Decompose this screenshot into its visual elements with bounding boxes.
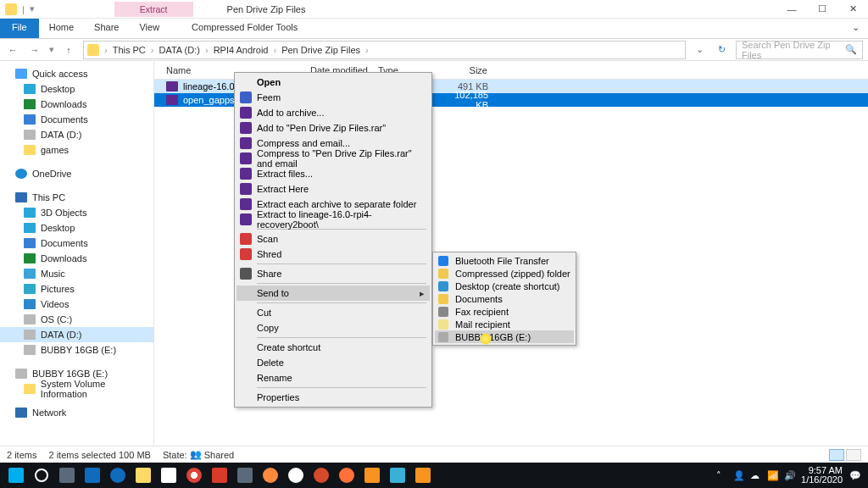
- chevron-right-icon[interactable]: ›: [104, 45, 108, 55]
- crumb-this-pc[interactable]: This PC: [113, 45, 146, 55]
- tab-home[interactable]: Home: [39, 19, 84, 38]
- view-details-button[interactable]: [829, 449, 844, 461]
- sidebar-item-data-d[interactable]: DATA (D:): [0, 127, 153, 142]
- sendto-fax[interactable]: Fax recipient: [435, 305, 574, 318]
- ctx-rename[interactable]: Rename: [236, 370, 430, 385]
- ctx-add-pdzip[interactable]: Add to "Pen Drive Zip Files.rar": [236, 120, 430, 136]
- column-size[interactable]: Size: [446, 65, 497, 75]
- taskbar-app-7[interactable]: [410, 463, 436, 487]
- sidebar-item-os-c[interactable]: OS (C:): [0, 312, 153, 327]
- ctx-send-to[interactable]: Send to▸: [236, 286, 430, 301]
- taskbar-app-3[interactable]: [283, 463, 309, 487]
- cortana-button[interactable]: [29, 463, 54, 487]
- start-button[interactable]: [3, 463, 29, 487]
- minimize-button[interactable]: —: [776, 0, 807, 19]
- sidebar-item-downloads[interactable]: Downloads: [0, 97, 153, 112]
- ctx-cut[interactable]: Cut: [236, 305, 430, 320]
- taskbar-app-6[interactable]: [385, 463, 410, 487]
- address-dropdown-icon[interactable]: ⌄: [693, 44, 707, 55]
- taskbar-app-4[interactable]: [309, 463, 334, 487]
- tray-wifi-icon[interactable]: 📶: [767, 470, 777, 480]
- sidebar-item-desktop-2[interactable]: Desktop: [0, 220, 153, 236]
- ctx-open[interactable]: Open: [236, 75, 430, 90]
- sidebar-item-music[interactable]: Music: [0, 266, 153, 281]
- crumb-rpi4[interactable]: RPI4 Android: [214, 45, 269, 55]
- sidebar-item-downloads-2[interactable]: Downloads: [0, 251, 153, 266]
- taskbar-app-2[interactable]: [258, 463, 283, 487]
- sidebar-item-games[interactable]: games: [0, 142, 153, 158]
- taskbar-edge[interactable]: [105, 463, 131, 487]
- sidebar-item-videos[interactable]: Videos: [0, 297, 153, 312]
- sidebar-item-documents[interactable]: Documents: [0, 112, 153, 127]
- sidebar-this-pc[interactable]: This PC: [0, 190, 153, 205]
- nav-history-icon[interactable]: ▾: [49, 44, 54, 55]
- taskbar-store[interactable]: [156, 463, 181, 487]
- tab-view[interactable]: View: [129, 19, 170, 38]
- ctx-extract-lineage[interactable]: Extract to lineage-16.0-rpi4-recovery2bo…: [236, 212, 430, 227]
- ribbon-collapse-icon[interactable]: ⌄: [843, 19, 868, 38]
- ctx-compress-to[interactable]: Compress to "Pen Drive Zip Files.rar" an…: [236, 151, 430, 166]
- ctx-properties[interactable]: Properties: [236, 390, 430, 405]
- sidebar-item-pictures[interactable]: Pictures: [0, 281, 153, 297]
- tray-chevron-up-icon[interactable]: ˄: [716, 470, 726, 480]
- tab-file[interactable]: File: [0, 19, 39, 38]
- taskbar-firefox[interactable]: [334, 463, 359, 487]
- tab-share[interactable]: Share: [84, 19, 129, 38]
- tray-people-icon[interactable]: 👤: [733, 470, 743, 480]
- sidebar-item-3d-objects[interactable]: 3D Objects: [0, 205, 153, 220]
- ctx-shred[interactable]: Shred: [236, 247, 430, 262]
- chevron-right-icon[interactable]: ›: [205, 45, 209, 55]
- taskbar-mail[interactable]: [80, 463, 105, 487]
- ctx-extract-here[interactable]: Extract Here: [236, 181, 430, 197]
- ctx-copy[interactable]: Copy: [236, 320, 430, 336]
- maximize-button[interactable]: ☐: [807, 0, 837, 19]
- desktop-icon: [438, 281, 448, 291]
- sidebar-item-bubby[interactable]: BUBBY 16GB (E:): [0, 342, 153, 358]
- tray-notifications-icon[interactable]: 💬: [849, 470, 860, 480]
- qat-dropdown-icon[interactable]: ▾: [30, 3, 35, 14]
- view-large-button[interactable]: [846, 449, 861, 461]
- ctx-share[interactable]: Share: [236, 266, 430, 281]
- crumb-pendrive[interactable]: Pen Drive Zip Files: [281, 45, 360, 55]
- ctx-create-shortcut[interactable]: Create shortcut: [236, 340, 430, 355]
- ctx-add-archive[interactable]: Add to archive...: [236, 105, 430, 120]
- sidebar-item-data-d-2[interactable]: DATA (D:): [0, 327, 153, 342]
- close-button[interactable]: ✕: [837, 0, 868, 19]
- chevron-right-icon[interactable]: ›: [365, 45, 369, 55]
- ctx-scan[interactable]: Scan: [236, 231, 430, 247]
- taskbar-app-5[interactable]: [359, 463, 385, 487]
- refresh-button[interactable]: ↻: [714, 44, 729, 55]
- tray-volume-icon[interactable]: 🔊: [784, 470, 794, 480]
- chevron-right-icon[interactable]: ›: [151, 45, 154, 55]
- sendto-bubby[interactable]: BUBBY 16GB (E:): [435, 330, 574, 343]
- breadcrumb[interactable]: › This PC› DATA (D:)› RPI4 Android› Pen …: [83, 41, 686, 59]
- tray-clock[interactable]: 9:57 AM1/16/2020: [801, 466, 843, 485]
- crumb-data-d[interactable]: DATA (D:): [159, 45, 199, 55]
- sendto-mail[interactable]: Mail recipient: [435, 318, 574, 330]
- sidebar-item-svi[interactable]: System Volume Information: [0, 381, 153, 396]
- sendto-bluetooth[interactable]: Bluetooth File Transfer: [435, 254, 574, 267]
- nav-forward-button[interactable]: →: [27, 42, 42, 58]
- sendto-desktop[interactable]: Desktop (create shortcut): [435, 280, 574, 292]
- taskbar-chrome[interactable]: [181, 463, 207, 487]
- sidebar-quick-access[interactable]: Quick access: [0, 66, 153, 81]
- sendto-documents[interactable]: Documents: [435, 292, 574, 305]
- taskbar-explorer[interactable]: [131, 463, 156, 487]
- chevron-right-icon[interactable]: ›: [273, 45, 276, 55]
- sendto-compressed[interactable]: Compressed (zipped) folder: [435, 267, 574, 280]
- ctx-feem[interactable]: Feem: [236, 90, 430, 105]
- nav-back-button[interactable]: ←: [5, 42, 20, 58]
- tray-onedrive-icon[interactable]: ☁: [750, 470, 760, 480]
- sidebar-onedrive[interactable]: OneDrive: [0, 166, 153, 181]
- sidebar-item-documents-2[interactable]: Documents: [0, 236, 153, 251]
- taskview-button[interactable]: [54, 463, 80, 487]
- sidebar-item-desktop[interactable]: Desktop: [0, 81, 153, 97]
- ctx-delete[interactable]: Delete: [236, 355, 430, 370]
- taskbar-settings[interactable]: [232, 463, 258, 487]
- nav-up-button[interactable]: ↑: [61, 42, 76, 58]
- tab-compressed-tools[interactable]: Compressed Folder Tools: [183, 19, 306, 38]
- taskbar-app[interactable]: [207, 463, 232, 487]
- search-input[interactable]: Search Pen Drive Zip Files 🔍: [736, 41, 863, 59]
- ctx-extract-files[interactable]: Extract files...: [236, 166, 430, 181]
- sidebar-network[interactable]: Network: [0, 405, 153, 420]
